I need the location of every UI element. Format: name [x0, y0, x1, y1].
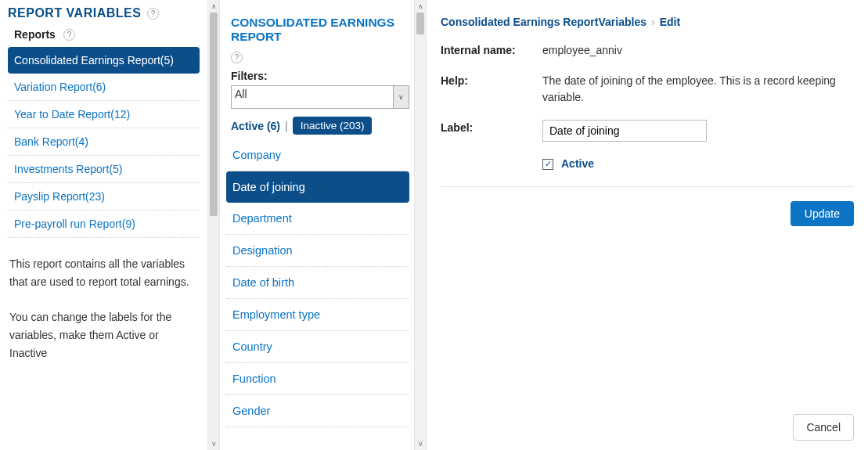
update-button[interactable]: Update [791, 201, 854, 226]
variable-list: CompanyDate of joiningDepartmentDesignat… [226, 139, 409, 427]
variable-list-item[interactable]: Gender [226, 395, 409, 427]
scroll-up-icon[interactable]: ∧ [415, 0, 426, 13]
active-inactive-toggle: Active (6) | Inactive (203) [226, 117, 409, 135]
active-checkbox-label: Active [561, 156, 594, 172]
label-input[interactable] [542, 120, 707, 142]
scroll-down-icon[interactable]: ∨ [415, 437, 426, 450]
report-list-item[interactable]: Bank Report(4) [8, 128, 200, 156]
variable-list-item[interactable]: Date of birth [226, 267, 409, 299]
chevron-right-icon: › [651, 16, 655, 28]
help-icon[interactable]: ? [147, 8, 159, 20]
report-list-item[interactable]: Pre-payroll run Report(9) [8, 211, 200, 238]
page-title: REPORT VARIABLES ? [8, 6, 200, 20]
report-list-item[interactable]: Consolidated Earnings Report(5) [8, 47, 200, 74]
variable-list-item[interactable]: Designation [226, 235, 409, 267]
variable-list-item[interactable]: Country [226, 331, 409, 363]
internal-name-label: Internal name: [441, 42, 542, 56]
help-icon[interactable]: ? [63, 29, 75, 41]
filters-label: Filters: [231, 70, 409, 82]
breadcrumb-part-1[interactable]: Consolidated Earnings ReportVariables [441, 16, 646, 28]
variable-list-item[interactable]: Employment type [226, 299, 409, 331]
active-checkbox[interactable]: ✓ [542, 159, 553, 170]
internal-name-value: employee_anniv [542, 42, 854, 59]
active-filter-link[interactable]: Active (6) [231, 120, 280, 132]
breadcrumb-part-2: Edit [660, 16, 680, 28]
help-label: Help: [441, 73, 542, 87]
scroll-down-icon[interactable]: ∨ [208, 437, 219, 450]
variable-list-item[interactable]: Function [226, 363, 409, 395]
breadcrumb: Consolidated Earnings ReportVariables › … [441, 16, 854, 28]
report-list-item[interactable]: Investments Report(5) [8, 156, 200, 183]
report-list: Consolidated Earnings Report(5)Variation… [8, 47, 200, 238]
tab-reports[interactable]: Reports [14, 28, 56, 41]
cancel-button[interactable]: Cancel [793, 414, 854, 441]
scroll-up-icon[interactable]: ∧ [208, 0, 219, 13]
inactive-filter-button[interactable]: Inactive (203) [293, 117, 373, 135]
chevron-down-icon[interactable]: ∨ [393, 86, 409, 108]
report-list-item[interactable]: Payslip Report(23) [8, 183, 200, 211]
scrollbar-left[interactable]: ∧ ∨ [207, 0, 220, 450]
variable-list-item[interactable]: Date of joining [226, 171, 409, 203]
filter-select-value: All [235, 88, 247, 100]
help-value: The date of joining of the employee. Thi… [542, 73, 854, 106]
help-icon[interactable]: ? [231, 52, 243, 63]
variable-list-item[interactable]: Department [226, 203, 409, 235]
sidebar-description-1: This report contains all the variables t… [8, 255, 200, 291]
scrollbar-right[interactable]: ∧ ∨ [414, 0, 427, 450]
tab-row: Reports ? [8, 28, 200, 41]
middle-panel: ∧ ∨ CONSOLIDATED EARNINGS REPORT ? Filte… [207, 0, 427, 450]
filter-select[interactable]: All ∨ [231, 85, 409, 109]
report-list-item[interactable]: Year to Date Report(12) [8, 101, 200, 128]
report-list-item[interactable]: Variation Report(6) [8, 74, 200, 101]
page-title-text: REPORT VARIABLES [8, 6, 141, 20]
variable-list-item[interactable]: Company [226, 139, 409, 171]
sidebar: REPORT VARIABLES ? Reports ? Consolidate… [0, 0, 207, 450]
label-label: Label: [441, 120, 542, 134]
detail-panel: Consolidated Earnings ReportVariables › … [427, 0, 868, 450]
middle-title: CONSOLIDATED EARNINGS REPORT [226, 16, 409, 44]
separator: | [285, 120, 288, 132]
sidebar-description-2: You can change the labels for the variab… [8, 308, 200, 362]
divider [441, 186, 854, 187]
